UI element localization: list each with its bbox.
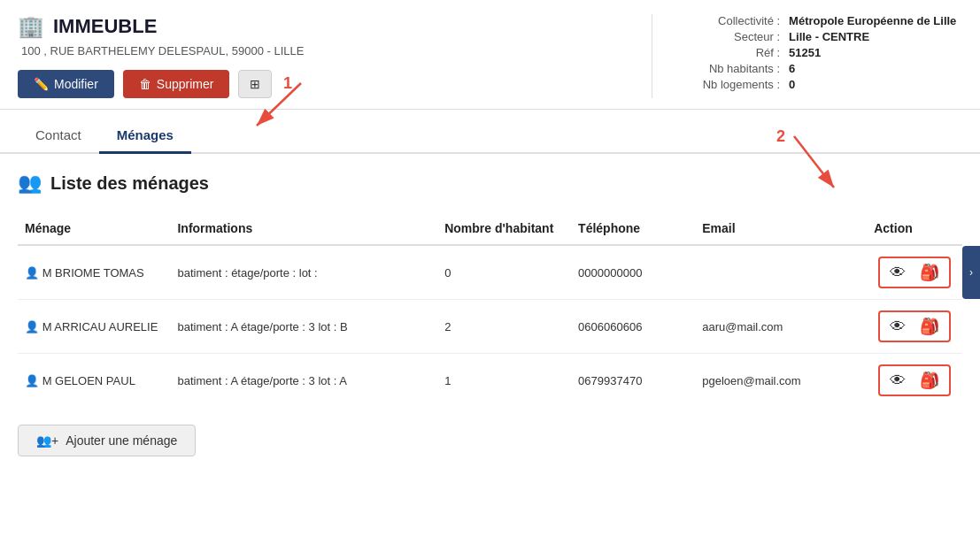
vertical-divider — [652, 14, 652, 98]
menage-habitants: 2 — [437, 300, 571, 354]
view-button[interactable]: 👁 — [885, 369, 910, 393]
menage-habitants: 0 — [437, 245, 571, 300]
col-header-informations: Informations — [170, 212, 437, 245]
menage-actions: 👁 🎒 — [867, 354, 962, 408]
bag-button[interactable]: 🎒 — [915, 368, 944, 393]
menage-telephone: 0000000000 — [571, 245, 695, 300]
extra-icon-button[interactable]: ⊞ — [238, 70, 272, 98]
add-menage-button[interactable]: 👥+ Ajouter une ménage — [18, 425, 196, 456]
collectivite-value: Métropole Européenne de Lille — [789, 14, 962, 27]
action-buttons: ✏️ Modifier 🗑 Supprimer ⊞ — [18, 70, 607, 98]
view-button[interactable]: 👁 — [885, 315, 910, 339]
col-header-email: Email — [695, 212, 867, 245]
table-row: 👤 M ARRICAU AURELIE batiment : A étage/p… — [18, 300, 962, 354]
header-section: 🏢 IMMEUBLE 100 , RUE BARTHELEMY DELESPAU… — [0, 0, 980, 110]
action-highlight-box: 👁 🎒 — [878, 310, 951, 342]
secteur-value: Lille - CENTRE — [789, 30, 962, 43]
add-person-icon: 👥+ — [36, 433, 58, 448]
tab-menages[interactable]: Ménages — [99, 119, 191, 154]
building-icon: 🏢 — [18, 14, 44, 39]
table-row: 👤 M GELOEN PAUL batiment : A étage/porte… — [18, 354, 962, 408]
sidebar-handle[interactable]: › — [962, 246, 980, 299]
menage-name: 👤 M BRIOME TOMAS — [18, 245, 170, 300]
col-header-habitants: Nombre d'habitant — [437, 212, 571, 245]
table-header-row: Ménage Informations Nombre d'habitant Té… — [18, 212, 962, 245]
person-icon: 👤 — [25, 374, 42, 387]
action-highlight-box: 👁 🎒 — [878, 257, 951, 288]
menage-actions: 👁 🎒 — [867, 245, 962, 300]
table-row: 👤 M BRIOME TOMAS batiment : étage/porte … — [18, 245, 962, 300]
menage-habitants: 1 — [437, 354, 571, 408]
section-title: 👥 Liste des ménages — [18, 172, 962, 195]
nb-habitants-label: Nb habitants : — [697, 62, 780, 75]
menage-email: aaru@mail.com — [695, 300, 867, 354]
tab-contact[interactable]: Contact — [18, 119, 99, 154]
header-left: 🏢 IMMEUBLE 100 , RUE BARTHELEMY DELESPAU… — [18, 14, 607, 98]
trash-icon: 🗑 — [139, 77, 151, 91]
col-header-telephone: Téléphone — [571, 212, 695, 245]
menage-info: batiment : A étage/porte : 3 lot : B — [170, 300, 437, 354]
pencil-icon: ✏️ — [34, 77, 49, 91]
info-table: Collectivité : Métropole Européenne de L… — [697, 14, 962, 91]
view-button[interactable]: 👁 — [885, 261, 910, 285]
bag-button[interactable]: 🎒 — [915, 260, 944, 285]
ref-value: 51251 — [789, 46, 962, 59]
building-address: 100 , RUE BARTHELEMY DELESPAUL, 59000 - … — [21, 44, 607, 57]
col-header-action: Action — [867, 212, 962, 245]
menage-email: pgeloen@mail.com — [695, 354, 867, 408]
supprimer-button[interactable]: 🗑 Supprimer — [123, 70, 230, 98]
menage-info: batiment : A étage/porte : 3 lot : A — [170, 354, 437, 408]
people-icon: 👥 — [18, 172, 42, 195]
menage-telephone: 0606060606 — [571, 300, 695, 354]
menage-name: 👤 M ARRICAU AURELIE — [18, 300, 170, 354]
col-header-menage: Ménage — [18, 212, 170, 245]
nb-habitants-value: 6 — [789, 62, 962, 75]
person-icon: 👤 — [25, 320, 42, 333]
main-content: 2 👥 Liste des ménages Ménage Information… — [0, 154, 980, 474]
menage-email — [695, 245, 867, 300]
menage-name: 👤 M GELOEN PAUL — [18, 354, 170, 408]
chevron-right-icon: › — [969, 266, 973, 279]
menages-table: Ménage Informations Nombre d'habitant Té… — [18, 212, 962, 407]
menage-actions: 👁 🎒 — [867, 300, 962, 354]
menage-info: batiment : étage/porte : lot : — [170, 245, 437, 300]
nb-logements-value: 0 — [789, 78, 962, 91]
menage-telephone: 0679937470 — [571, 354, 695, 408]
tabs-section: Contact Ménages — [0, 119, 980, 154]
ref-label: Réf : — [697, 46, 780, 59]
collectivite-label: Collectivité : — [697, 14, 780, 27]
bag-button[interactable]: 🎒 — [915, 314, 944, 339]
building-title: 🏢 IMMEUBLE — [18, 14, 607, 39]
building-name: IMMEUBLE — [53, 15, 157, 38]
grid-icon: ⊞ — [250, 77, 260, 91]
action-highlight-box: 👁 🎒 — [878, 364, 951, 396]
header-right: Collectivité : Métropole Européenne de L… — [697, 14, 962, 98]
tabs-wrapper: 1 Contact Ménages — [0, 119, 980, 154]
person-icon: 👤 — [25, 266, 42, 280]
nb-logements-label: Nb logements : — [697, 78, 780, 91]
modifier-button[interactable]: ✏️ Modifier — [18, 70, 114, 98]
secteur-label: Secteur : — [697, 30, 780, 43]
